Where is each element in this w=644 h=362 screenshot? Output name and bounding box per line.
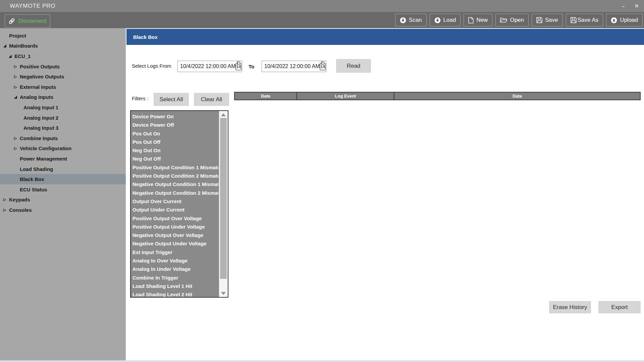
filter-list: Device Power On Device Power Off Pos Out…: [130, 110, 228, 298]
titlebar: WAYMOTE PRO – ✕: [0, 0, 644, 12]
select-logs-label: Select Logs From: [132, 63, 171, 69]
filter-item[interactable]: Device Power On: [132, 112, 218, 121]
tree-item[interactable]: MainBoards: [0, 41, 126, 51]
select-all-button[interactable]: Select All: [154, 93, 189, 106]
tree-expander-icon[interactable]: [14, 146, 20, 150]
filter-item[interactable]: Negative Output Condition 1 Mismatch: [132, 180, 218, 188]
filter-item[interactable]: Combine In Trigger: [132, 274, 218, 282]
filter-item[interactable]: Load Shading Level 1 Hit: [132, 282, 218, 290]
column-header-log-event[interactable]: Log Event: [297, 93, 394, 100]
new-label: New: [476, 17, 488, 23]
minimize-icon[interactable]: –: [618, 1, 629, 11]
filter-item[interactable]: Neg Out Off: [132, 155, 218, 163]
tree-item-label: ECU_1: [14, 53, 31, 59]
tree-item[interactable]: Load Shading: [0, 164, 126, 174]
to-date-value[interactable]: 10/4/2022 12:00:00 AM: [264, 63, 320, 69]
load-button[interactable]: Load: [430, 14, 461, 26]
close-icon[interactable]: ✕: [631, 1, 642, 11]
tree-item[interactable]: ECU Status: [0, 184, 126, 195]
window-bottom-edge: [0, 360, 644, 362]
column-header-date[interactable]: Date: [235, 93, 297, 100]
scrollbar-thumb[interactable]: [220, 118, 227, 279]
tree-expander-icon[interactable]: [3, 208, 9, 212]
tree-item-label: MainBoards: [9, 43, 38, 49]
tree-expander-icon[interactable]: [3, 198, 9, 201]
tree-item[interactable]: Keypads: [0, 195, 126, 205]
column-header-data[interactable]: Data: [394, 93, 640, 100]
tree-item[interactable]: Combine Inputs: [0, 133, 126, 143]
filter-item[interactable]: Device Power Off: [132, 121, 218, 129]
filter-item[interactable]: Output Over Current: [132, 197, 218, 205]
disconnect-label: Disconnect: [18, 18, 46, 24]
filter-item[interactable]: Positive Output Condition 2 Mismatch: [132, 172, 218, 180]
filter-item[interactable]: Neg Out On: [132, 146, 218, 155]
tree-item-label: Analog Input 2: [23, 115, 58, 121]
upload-circle-icon: [611, 17, 617, 23]
tree-item-label: Power Management: [20, 156, 67, 162]
export-button[interactable]: Export: [598, 301, 641, 313]
tree-item[interactable]: Analog Inputs: [0, 92, 126, 103]
filter-item[interactable]: Ext Input Trigger: [132, 248, 218, 256]
logs-to-date-input[interactable]: 10/4/2022 12:00:00 AM 14: [262, 61, 326, 72]
tree-item[interactable]: Black Box: [0, 174, 126, 184]
filter-item[interactable]: Analog In Over Voltage: [132, 256, 218, 265]
scan-button[interactable]: Scan: [395, 14, 427, 26]
tree-item[interactable]: Consoles: [0, 205, 126, 215]
tree-item-label: Analog Input 1: [23, 105, 58, 110]
tree-item-label: Black Box: [20, 176, 44, 182]
tree-expander-icon[interactable]: [3, 44, 9, 48]
tree-item[interactable]: Negativee Outputs: [0, 71, 126, 82]
tree-expander-icon[interactable]: [14, 136, 20, 140]
filter-item[interactable]: Load Shading Level 2 Hit: [132, 290, 218, 297]
open-folder-icon: [500, 17, 507, 23]
scrollbar-up-icon[interactable]: [219, 112, 228, 118]
filter-list-scrollbar[interactable]: [219, 111, 228, 297]
open-button[interactable]: Open: [495, 14, 529, 26]
tree-item[interactable]: Positive Outputs: [0, 61, 126, 72]
save-as-button[interactable]: Save As: [566, 14, 603, 26]
tree-item[interactable]: Analog Input 3: [0, 123, 126, 133]
clear-all-button[interactable]: Clear All: [194, 93, 229, 106]
tree-item[interactable]: Power Management: [0, 154, 126, 164]
filter-item[interactable]: Pos Out Off: [132, 138, 218, 146]
save-floppy-icon: [571, 17, 577, 23]
erase-history-button[interactable]: Erase History: [549, 301, 591, 313]
tree-item[interactable]: Project: [0, 31, 126, 41]
filter-item[interactable]: Output Under Current: [132, 205, 218, 214]
filter-item[interactable]: Negative Output Under Voltage: [132, 239, 218, 248]
filter-item[interactable]: Pos Out On: [132, 129, 218, 138]
tree-item[interactable]: External Inputs: [0, 82, 126, 92]
tree-item[interactable]: ECU_1: [0, 51, 126, 61]
tree-item-label: Vehicle Configuration: [20, 145, 71, 151]
save-button[interactable]: Save: [532, 14, 563, 26]
filter-item[interactable]: Negative Output Condition 2 Mismatch: [132, 189, 218, 197]
filter-item[interactable]: Positive Output Over Voltage: [132, 214, 218, 223]
calendar-icon[interactable]: 14: [235, 63, 241, 70]
filter-item[interactable]: Positive Output Under Voltage: [132, 223, 218, 231]
tree-expander-icon[interactable]: [14, 85, 20, 89]
filter-item[interactable]: Negative Output Over Voltage: [132, 231, 218, 239]
tree-expander-icon[interactable]: [14, 65, 20, 68]
new-button[interactable]: New: [464, 14, 492, 26]
read-button[interactable]: Read: [336, 59, 371, 73]
disconnect-button[interactable]: Disconnect: [5, 14, 50, 27]
tree-expander-icon[interactable]: [14, 75, 20, 78]
upload-button[interactable]: Upload: [606, 14, 643, 26]
tree-expander-icon[interactable]: [14, 95, 20, 99]
download-circle-icon: [400, 17, 406, 23]
tree-item[interactable]: Analog Input 1: [0, 102, 126, 113]
tree-expander-icon[interactable]: [9, 54, 14, 58]
from-date-value[interactable]: 10/4/2022 12:00:00 AM: [180, 63, 235, 69]
logs-from-date-input[interactable]: 10/4/2022 12:00:00 AM 14: [177, 61, 242, 72]
save-floppy-icon: [536, 17, 542, 23]
filter-item[interactable]: Positive Output Condition 1 Mismatch: [132, 163, 218, 172]
tree-item-label: Combine Inputs: [20, 135, 58, 141]
log-table-header: Date Log Event Data: [234, 92, 641, 100]
tree-item[interactable]: Vehicle Configuration: [0, 143, 126, 154]
calendar-icon[interactable]: 14: [320, 63, 325, 70]
tree-item-label: Keypads: [9, 197, 30, 202]
page-title: Black Box: [133, 34, 158, 40]
scrollbar-down-icon[interactable]: [219, 290, 228, 296]
tree-item[interactable]: Analog Input 2: [0, 113, 126, 123]
filter-item[interactable]: Analog In Under Voltage: [132, 265, 218, 273]
